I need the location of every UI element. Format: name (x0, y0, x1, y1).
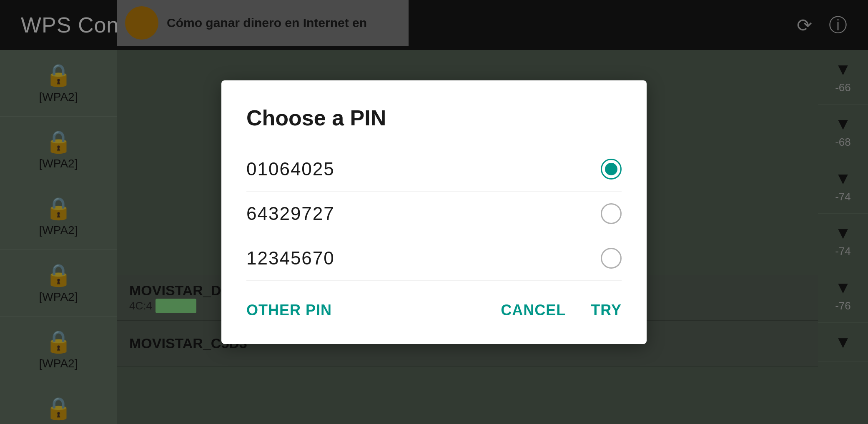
other-pin-button[interactable]: OTHER PIN (246, 297, 332, 323)
modal-overlay: Choose a PIN 01064025 64329727 12345670 … (0, 0, 868, 424)
radio-button-1[interactable] (601, 159, 622, 180)
cancel-button[interactable]: CANCEL (501, 297, 566, 323)
pin-option-1[interactable]: 01064025 (246, 147, 622, 192)
dialog-title: Choose a PIN (246, 105, 622, 130)
try-button[interactable]: TRY (591, 297, 622, 323)
pin-option-2[interactable]: 64329727 (246, 192, 622, 236)
pin-option-3[interactable]: 12345670 (246, 236, 622, 281)
radio-inner-1 (605, 163, 617, 175)
pin-value-3: 12345670 (246, 248, 335, 269)
radio-button-2[interactable] (601, 203, 622, 224)
dialog-footer: OTHER PIN CANCEL TRY (246, 297, 622, 323)
pin-dialog: Choose a PIN 01064025 64329727 12345670 … (221, 80, 647, 344)
pin-value-1: 01064025 (246, 159, 335, 180)
footer-actions: CANCEL TRY (501, 297, 622, 323)
pin-value-2: 64329727 (246, 203, 335, 224)
radio-button-3[interactable] (601, 248, 622, 269)
